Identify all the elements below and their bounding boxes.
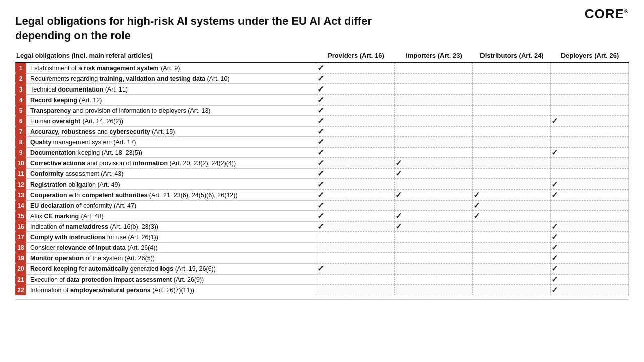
- check-icon: ✓: [551, 264, 558, 273]
- check-icon: ✓: [551, 222, 558, 231]
- cell-provider: ✓: [317, 190, 395, 200]
- row-label: Conformity assessment (Art. 43): [26, 168, 317, 179]
- row-label: Record keeping (Art. 12): [26, 95, 317, 105]
- cell-deployer: ✓: [551, 263, 629, 274]
- cell-provider: ✓: [317, 179, 395, 190]
- cell-importer: [395, 73, 473, 84]
- table-row: 3Technical documentation (Art. 11)✓: [15, 84, 629, 95]
- cell-importer: [395, 63, 473, 73]
- cell-importer: [395, 84, 473, 95]
- row-number: 10: [15, 158, 26, 168]
- check-icon: ✓: [317, 201, 324, 210]
- row-number: 16: [15, 221, 26, 232]
- cell-distributor: [473, 137, 551, 147]
- cell-distributor: [473, 274, 551, 285]
- cell-importer: [395, 179, 473, 190]
- check-icon: ✓: [551, 191, 558, 199]
- check-icon: ✓: [395, 222, 402, 231]
- check-icon: ✓: [317, 191, 324, 199]
- page: CORE® Legal obligations for high-risk AI…: [0, 0, 644, 305]
- table-row: 13Cooperation with competent authorities…: [15, 190, 629, 200]
- row-label: Execution of data protection impact asse…: [26, 274, 317, 285]
- cell-deployer: ✓: [551, 253, 629, 263]
- cell-importer: [395, 95, 473, 105]
- cell-distributor: [473, 126, 551, 137]
- cell-importer: ✓: [395, 158, 473, 168]
- check-icon: ✓: [395, 169, 402, 178]
- check-icon: ✓: [317, 85, 324, 94]
- check-icon: ✓: [317, 159, 324, 167]
- cell-distributor: [473, 263, 551, 274]
- cell-importer: [395, 285, 473, 295]
- check-icon: ✓: [317, 169, 324, 178]
- cell-deployer: ✓: [551, 285, 629, 295]
- check-icon: ✓: [317, 64, 324, 72]
- col-header-distributors: Distributors (Art. 24): [473, 52, 551, 63]
- row-number: 5: [15, 105, 26, 116]
- table-header-row: Legal obligations (incl. main referal ar…: [15, 52, 629, 63]
- table-row: 21Execution of data protection impact as…: [15, 274, 629, 285]
- check-icon: ✓: [317, 180, 324, 189]
- cell-importer: [395, 200, 473, 211]
- cell-deployer: [551, 126, 629, 137]
- cell-provider: ✓: [317, 147, 395, 158]
- cell-importer: [395, 274, 473, 285]
- cell-importer: [395, 253, 473, 263]
- row-label: Consider relevance of input data (Art. 2…: [26, 242, 317, 253]
- cell-provider: ✓: [317, 73, 395, 84]
- cell-distributor: [473, 147, 551, 158]
- cell-distributor: ✓: [473, 200, 551, 211]
- cell-provider: [317, 274, 395, 285]
- check-icon: ✓: [317, 96, 324, 104]
- table-row: 6Human oversight (Art. 14, 26(2))✓✓: [15, 116, 629, 126]
- row-number: 6: [15, 116, 26, 126]
- cell-provider: [317, 253, 395, 263]
- cell-distributor: [473, 168, 551, 179]
- row-label: Requirements regarding training, validat…: [26, 73, 317, 84]
- cell-importer: ✓: [395, 190, 473, 200]
- check-icon: ✓: [317, 138, 324, 146]
- cell-provider: ✓: [317, 116, 395, 126]
- cell-distributor: [473, 179, 551, 190]
- cell-provider: ✓: [317, 105, 395, 116]
- cell-provider: ✓: [317, 200, 395, 211]
- row-number: 1: [15, 63, 26, 73]
- cell-distributor: ✓: [473, 211, 551, 221]
- cell-deployer: [551, 73, 629, 84]
- row-label: Information of employers/natural persons…: [26, 285, 317, 295]
- row-number: 9: [15, 147, 26, 158]
- obligations-table: Legal obligations (incl. main referal ar…: [15, 52, 629, 295]
- cell-importer: ✓: [395, 211, 473, 221]
- cell-deployer: [551, 137, 629, 147]
- check-icon: ✓: [551, 243, 558, 252]
- col-header-providers: Providers (Art. 16): [317, 52, 395, 63]
- check-icon: ✓: [473, 191, 480, 199]
- table-row: 15Affix CE marking (Art. 48)✓✓✓: [15, 211, 629, 221]
- cell-provider: [317, 242, 395, 253]
- table-row: 5Transparency and provision of informati…: [15, 105, 629, 116]
- logo-text: CORE: [585, 6, 624, 21]
- table-row: 20Record keeping for automatically gener…: [15, 263, 629, 274]
- table-row: 19Monitor operation of the system (Art. …: [15, 253, 629, 263]
- check-icon: ✓: [317, 127, 324, 136]
- row-number: 7: [15, 126, 26, 137]
- table-row: 10Corrective actions and provision of in…: [15, 158, 629, 168]
- row-number: 18: [15, 242, 26, 253]
- row-number: 14: [15, 200, 26, 211]
- check-icon: ✓: [317, 74, 324, 83]
- cell-provider: ✓: [317, 137, 395, 147]
- cell-importer: [395, 263, 473, 274]
- cell-provider: ✓: [317, 84, 395, 95]
- row-label: Registration obligation (Art. 49): [26, 179, 317, 190]
- cell-provider: [317, 232, 395, 242]
- row-number: 11: [15, 168, 26, 179]
- table-row: 18Consider relevance of input data (Art.…: [15, 242, 629, 253]
- check-icon: ✓: [317, 264, 324, 273]
- cell-importer: [395, 232, 473, 242]
- row-number: 4: [15, 95, 26, 105]
- check-icon: ✓: [473, 212, 480, 220]
- col-header-importers: Importers (Art. 23): [395, 52, 473, 63]
- check-icon: ✓: [317, 148, 324, 157]
- table-row: 14EU declaration of conformity (Art. 47)…: [15, 200, 629, 211]
- cell-provider: ✓: [317, 211, 395, 221]
